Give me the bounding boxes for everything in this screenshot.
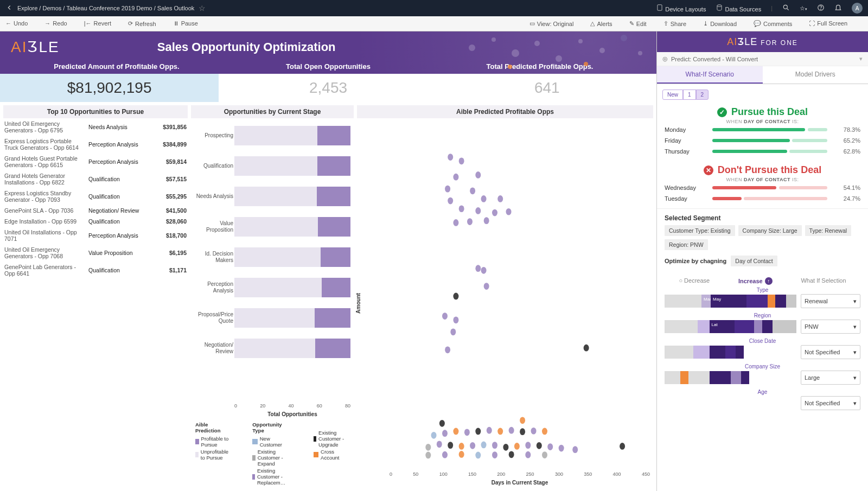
svg-point-61 bbox=[531, 428, 537, 435]
chevron-down-icon: ▾ bbox=[853, 400, 857, 407]
download-button[interactable]: ⤓ Download bbox=[703, 20, 744, 27]
kpi-value[interactable]: 641 bbox=[438, 74, 656, 102]
svg-point-79 bbox=[442, 451, 448, 458]
fullscreen-button[interactable]: ⛶ Full Screen bbox=[809, 20, 855, 27]
back-icon[interactable] bbox=[5, 4, 13, 12]
heatstrip[interactable]: Lat bbox=[665, 320, 796, 333]
svg-point-42 bbox=[481, 267, 487, 274]
table-row[interactable]: United Oil Installations - Opp 7071Perce… bbox=[3, 227, 188, 244]
alerts-button[interactable]: △ Alerts bbox=[590, 20, 620, 27]
target-icon: ◎ bbox=[662, 55, 668, 62]
table-row[interactable]: Express Logistics Standby Generator - Op… bbox=[3, 188, 188, 205]
bar-row[interactable]: Id. Decision Makers bbox=[234, 242, 350, 272]
table-row[interactable]: United Oil Emergency Generators - Opp 67… bbox=[3, 118, 188, 136]
whatif-select[interactable]: Not Specified▾ bbox=[801, 345, 860, 359]
tab-model-drivers[interactable]: Model Drivers bbox=[763, 66, 869, 84]
table-row[interactable]: United Oil Emergency Generators - Opp 70… bbox=[3, 244, 188, 262]
svg-point-83 bbox=[509, 451, 514, 458]
table-row[interactable]: GenePoint Lab Generators - Opp 6641Quali… bbox=[3, 262, 188, 279]
prob-row: Monday78.3% bbox=[657, 124, 868, 135]
legend-type-title: Opportunity Type bbox=[252, 422, 292, 433]
table-row[interactable]: Express Logistics Portable Truck Generat… bbox=[3, 136, 188, 153]
svg-point-71 bbox=[514, 443, 520, 450]
tab-what-if[interactable]: What-If Scenario bbox=[657, 66, 763, 84]
avatar[interactable]: A bbox=[852, 3, 863, 14]
scenario-pill[interactable]: 1 bbox=[683, 90, 696, 100]
arrow-up-icon: ↑ bbox=[765, 277, 773, 285]
whatif-select[interactable]: Large▾ bbox=[801, 371, 860, 385]
bar-row[interactable]: Value Proposition bbox=[234, 212, 350, 242]
heatstrip[interactable] bbox=[665, 346, 796, 359]
pause-button[interactable]: ⏸ Pause bbox=[173, 20, 206, 27]
device-layouts-link[interactable]: Device Layouts bbox=[656, 4, 706, 12]
svg-point-41 bbox=[475, 265, 481, 272]
favorites-dropdown-icon[interactable]: ☆▾ bbox=[800, 5, 807, 12]
bar-row[interactable]: Proposal/Price Quote bbox=[234, 303, 350, 333]
redo-button[interactable]: → Redo bbox=[44, 20, 74, 27]
undo-button[interactable]: ← Undo bbox=[5, 20, 35, 27]
whatif-select[interactable]: Renewal▾ bbox=[801, 294, 860, 308]
svg-point-52 bbox=[431, 432, 437, 439]
heatstrip[interactable] bbox=[665, 371, 796, 384]
segment-chip[interactable]: Company Size: Large bbox=[738, 225, 802, 236]
optimize-value-chip[interactable]: Day of Contact bbox=[731, 256, 777, 266]
segment-chip[interactable]: Type: Renewal bbox=[805, 225, 851, 236]
svg-point-29 bbox=[445, 186, 450, 193]
svg-point-43 bbox=[453, 293, 458, 300]
table-row[interactable]: Grand Hotels Generator Installations - O… bbox=[3, 170, 188, 188]
favorite-icon[interactable]: ☆ bbox=[199, 4, 206, 12]
svg-point-26 bbox=[459, 157, 464, 164]
segment-title: Selected Segment bbox=[665, 214, 860, 222]
segment-chip[interactable]: Customer Type: Existing bbox=[665, 225, 735, 236]
svg-point-74 bbox=[547, 443, 553, 450]
edit-button[interactable]: ✎ Edit bbox=[629, 20, 654, 27]
data-sources-link[interactable]: Data Sources bbox=[716, 4, 761, 12]
dont-pursue-title: ✕ Don't Pursue this Deal bbox=[657, 164, 868, 176]
table-row[interactable]: Edge Installation - Opp 6599Qualificatio… bbox=[3, 216, 188, 227]
segment-chip[interactable]: Region: PNW bbox=[665, 239, 708, 250]
bar-row[interactable]: Qualification bbox=[234, 151, 350, 181]
breadcrumb[interactable]: Explore / Demos / Tableau Conference 201… bbox=[17, 5, 194, 11]
svg-point-66 bbox=[459, 443, 464, 450]
prob-row: Friday65.2% bbox=[657, 135, 868, 146]
svg-point-82 bbox=[492, 451, 497, 458]
table-row[interactable]: GenePoint SLA - Opp 7036Negotiation/ Rev… bbox=[3, 205, 188, 216]
stage-title: Opportunities by Current Stage bbox=[191, 105, 354, 118]
decrease-toggle[interactable]: ○ Decrease bbox=[679, 277, 710, 285]
heatstrip[interactable]: MarMay bbox=[665, 295, 796, 308]
search-icon[interactable] bbox=[782, 4, 790, 12]
view-button[interactable]: ▭ View: Original bbox=[529, 20, 582, 27]
notifications-icon[interactable] bbox=[834, 4, 842, 12]
chevron-down-icon: ▾ bbox=[853, 323, 857, 330]
svg-point-51 bbox=[520, 417, 525, 424]
share-button[interactable]: ⇪ Share bbox=[663, 20, 694, 27]
kpi-value[interactable]: 2,453 bbox=[219, 74, 437, 102]
svg-point-62 bbox=[542, 428, 547, 435]
bar-row[interactable]: Perception Analysis bbox=[234, 272, 350, 303]
whatif-select[interactable]: Not Specified▾ bbox=[801, 396, 860, 410]
kpi-value[interactable]: $81,902,195 bbox=[0, 74, 219, 102]
bar-row[interactable]: Needs Analysis bbox=[234, 181, 350, 212]
comments-button[interactable]: 💬 Comments bbox=[754, 20, 800, 27]
whatif-select[interactable]: PNW▾ bbox=[801, 320, 860, 334]
side-brand: AIƷLE FOR ONE bbox=[657, 31, 868, 52]
table-row[interactable]: Grand Hotels Guest Portable Generators -… bbox=[3, 153, 188, 170]
bar-row[interactable]: Negotiation/ Review bbox=[234, 333, 350, 364]
svg-point-50 bbox=[439, 420, 445, 427]
scenario-pill[interactable]: 2 bbox=[696, 90, 709, 100]
scenario-pill[interactable]: New bbox=[662, 90, 683, 100]
svg-point-45 bbox=[442, 313, 448, 320]
bar-row[interactable]: Prospecting bbox=[234, 120, 350, 151]
svg-point-85 bbox=[542, 451, 547, 458]
svg-point-67 bbox=[470, 442, 475, 449]
predict-dropdown[interactable]: ◎ Predict: Converted - Will Convert ▾ bbox=[657, 52, 868, 66]
dashboard: AIƷLE Sales Opportunity Optimization Pre… bbox=[0, 31, 656, 491]
revert-button[interactable]: |← Revert bbox=[84, 20, 119, 27]
chevron-down-icon: ▾ bbox=[853, 298, 857, 305]
help-icon[interactable] bbox=[817, 4, 825, 12]
refresh-button[interactable]: ⟳ Refresh bbox=[128, 20, 164, 27]
aible-side-panel: AIƷLE FOR ONE ◎ Predict: Converted - Wil… bbox=[656, 31, 868, 491]
increase-toggle[interactable]: Increase ↑ bbox=[738, 277, 773, 285]
top10-title: Top 10 Opportunities to Pursue bbox=[3, 105, 188, 118]
heatstrip[interactable] bbox=[665, 397, 796, 410]
